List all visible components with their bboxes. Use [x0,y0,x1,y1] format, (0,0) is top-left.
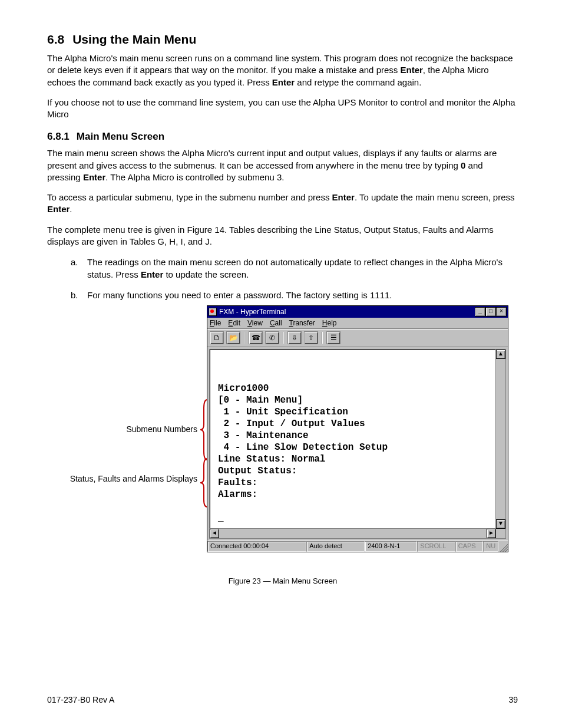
disconnect-icon[interactable]: ✆ [265,331,279,344]
status-num: NU [483,541,498,552]
menu-file[interactable]: File [210,319,221,327]
subsection-heading: 6.8.1Main Menu Screen [47,131,518,143]
menu-transfer[interactable]: Transfer [289,319,315,327]
paragraph-1: The Alpha Micro's main menu screen runs … [47,52,518,88]
receive-icon[interactable]: ⇧ [304,331,318,344]
paragraph-3: The main menu screen shows the Alpha Mic… [47,147,518,183]
status-caps: CAPS [455,541,484,552]
doc-id: 017-237-B0 Rev A [47,695,114,704]
paragraph-4: To access a particular submenu, type in … [47,192,518,216]
scroll-up-icon[interactable]: ▲ [496,350,505,359]
figure-caption: Figure 23 — Main Menu Screen [56,577,510,585]
scroll-right-icon[interactable]: ► [487,529,496,538]
page-footer: 017-237-B0 Rev A 39 [47,695,518,704]
list-item: b. For many functions you need to enter … [71,289,518,301]
section-number: 6.8 [47,32,64,46]
new-icon[interactable]: 🗋 [210,331,224,344]
annotation-submenu-numbers: Submenu Numbers [56,424,197,434]
scroll-corner [496,529,505,538]
status-connected: Connected 00:00:04 [207,541,306,552]
page-number: 39 [508,695,518,704]
connect-icon[interactable]: ☎ [249,331,263,344]
annotation-status-displays: Status, Faults and Alarms Displays [56,474,197,483]
paragraph-2: If you choose not to use the command lin… [47,97,518,121]
menu-help[interactable]: Help [322,319,337,327]
toolbar: 🗋 📂 ☎ ✆ ⇩ ⇧ ☰ [207,329,508,347]
subsection-number: 6.8.1 [47,131,70,142]
app-icon [209,308,217,316]
menu-edit[interactable]: Edit [228,319,240,327]
open-icon[interactable]: 📂 [226,331,240,344]
menubar: File Edit View Call Transfer Help [207,318,508,329]
vertical-scrollbar[interactable]: ▲ ▼ [495,350,505,529]
section-title: Using the Main Menu [72,32,196,46]
hyperterminal-window: FXM - HyperTerminal _ □ × File Edit View… [207,305,508,552]
scroll-down-icon[interactable]: ▼ [496,519,505,529]
status-line: 2400 8-N-1 [365,541,417,552]
horizontal-scrollbar[interactable]: ◄ ► [210,528,496,538]
status-scroll: SCROLL [417,541,455,552]
close-button[interactable]: × [496,307,507,317]
resize-grip-icon[interactable] [498,541,508,552]
minimize-button[interactable]: _ [475,307,485,317]
menu-view[interactable]: View [247,319,263,327]
titlebar[interactable]: FXM - HyperTerminal _ □ × [207,306,508,318]
paragraph-5: The complete menu tree is given in Figur… [47,224,518,248]
lettered-list: a. The readings on the main menu screen … [47,256,518,301]
statusbar: Connected 00:00:04 Auto detect 2400 8-N-… [207,541,508,552]
terminal-text: Micro1000 [0 - Main Menu] 1 - Unit Speci… [213,353,495,524]
status-autodetect: Auto detect [306,541,365,552]
send-icon[interactable]: ⇩ [287,331,302,344]
menu-call[interactable]: Call [270,319,282,327]
subsection-title: Main Menu Screen [77,131,164,142]
list-item: a. The readings on the main menu screen … [71,256,518,281]
scroll-left-icon[interactable]: ◄ [210,529,219,538]
maximize-button[interactable]: □ [485,307,496,317]
terminal-area[interactable]: Micro1000 [0 - Main Menu] 1 - Unit Speci… [209,349,506,539]
window-title: FXM - HyperTerminal [219,308,286,316]
properties-icon[interactable]: ☰ [326,331,340,344]
section-heading: 6.8Using the Main Menu [47,32,518,47]
